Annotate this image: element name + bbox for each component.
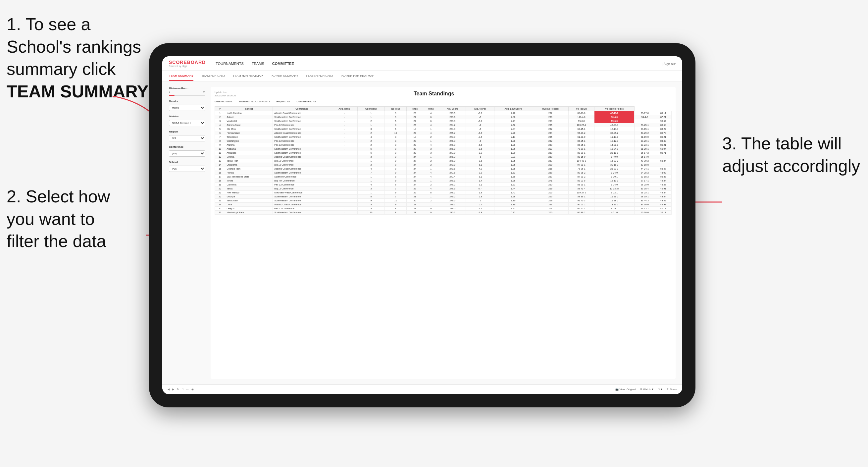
- table-row[interactable]: 5Ole MissSoutheastern Conference-3618127…: [215, 127, 672, 131]
- share-btn[interactable]: ⇧ Share: [666, 388, 677, 391]
- cell-1-0: 2: [215, 115, 225, 119]
- sub-nav-team-h2h-grid[interactable]: TEAM H2H GRID: [202, 71, 225, 80]
- col-rnds: Rnds: [407, 106, 423, 111]
- table-row[interactable]: 23Texas A&MSoutheastern Conference-91030…: [215, 198, 672, 203]
- table-row[interactable]: 8WashingtonPac-12 Conference-28231276.3-…: [215, 139, 672, 143]
- sign-out-text[interactable]: | Sign out: [662, 62, 676, 66]
- nav-tournaments[interactable]: TOURNAMENTS: [216, 60, 244, 67]
- cell-7-12: 86-25-1: [569, 139, 594, 143]
- cell-6-8: 279.9: [439, 135, 466, 139]
- cell-11-15: [655, 155, 672, 159]
- table-row[interactable]: 14OklahomaBig 12 Conference-28242279.9-5…: [215, 163, 672, 166]
- table-row[interactable]: 25OregonPac-12 Conference-58210279.5-1.1…: [215, 206, 672, 210]
- filter-region-select[interactable]: N/A: [169, 135, 205, 142]
- update-time: Update time: 27/03/2024 16:56:26: [215, 91, 236, 97]
- cell-18-14: 28-25-0: [634, 183, 655, 186]
- filter-gender-select[interactable]: Men's: [169, 105, 205, 111]
- instruction-1-text: 1. To see a School's rankings summary cl…: [7, 14, 141, 79]
- table-row[interactable]: 3VanderbiltSoutheastern Conference-25276…: [215, 119, 672, 123]
- table-row[interactable]: 9ArizonaPac-12 Conference-28234276.3-6.6…: [215, 143, 672, 147]
- cell-1-5: 9: [385, 115, 407, 119]
- filter-conference-select[interactable]: (All): [169, 150, 205, 157]
- clock-btn[interactable]: ◉: [191, 388, 194, 391]
- more-btn[interactable]: ⋯: [186, 388, 189, 391]
- cell-10-15: 80.71: [655, 151, 672, 155]
- table-row[interactable]: 16FloridaSoutheastern Conference-7924427…: [215, 170, 672, 175]
- cell-23-12: 90-51-2: [569, 203, 594, 206]
- table-row[interactable]: 10AlabamaSoutheastern Conference-5823327…: [215, 147, 672, 151]
- table-row[interactable]: 20TexasBig 12 Conference-37224278.60.71.…: [215, 186, 672, 190]
- view-original-btn[interactable]: 📷 View: Original: [615, 388, 636, 391]
- cell-16-15: 56.36: [655, 175, 672, 179]
- cell-6-14: 31-19-0: [634, 135, 655, 139]
- cell-22-1: Texas A&M: [225, 198, 273, 203]
- cell-6-9: -0.5: [466, 135, 494, 139]
- cell-22-12: 92-40-3: [569, 198, 594, 203]
- table-row[interactable]: 15Georgia TechAtlantic Coast Conference-…: [215, 166, 672, 170]
- cell-2-8: 273.8: [439, 119, 466, 123]
- sub-nav-player-summary[interactable]: PLAYER SUMMARY: [271, 71, 299, 80]
- cell-11-6: 24: [407, 155, 423, 159]
- cell-18-3: -: [331, 183, 357, 186]
- cell-24-9: -1.1: [466, 206, 494, 210]
- comment-btn[interactable]: □ ▼: [658, 388, 663, 391]
- update-time-value: 27/03/2024 16:56:26: [215, 94, 236, 97]
- sub-nav-player-h2h-grid[interactable]: PLAYER H2H GRID: [306, 71, 333, 80]
- sub-nav-team-summary[interactable]: TEAM SUMMARY: [169, 71, 193, 81]
- cell-5-1: Florida State: [225, 131, 273, 135]
- nav-teams[interactable]: TEAMS: [252, 60, 264, 67]
- table-row[interactable]: 19CaliforniaPac-12 Conference-48242278.2…: [215, 183, 672, 186]
- sub-nav-player-h2h-heatmap[interactable]: PLAYER H2H HEATMAP: [341, 71, 374, 80]
- cell-11-4: 3: [357, 155, 384, 159]
- cell-7-8: 276.3: [439, 139, 466, 143]
- cell-24-3: -: [331, 206, 357, 210]
- cell-15-14: 24-25-2: [634, 170, 655, 175]
- watch-btn[interactable]: 👁 Watch ▼: [640, 388, 654, 391]
- cell-9-14: 31-29-1: [634, 147, 655, 151]
- cell-2-6: 27: [407, 119, 423, 123]
- cell-8-1: Arizona: [225, 143, 273, 147]
- cell-21-8: 279.2: [439, 194, 466, 198]
- table-row[interactable]: 21New MexicoMountain West Conference-192…: [215, 190, 672, 194]
- table-row[interactable]: 22GeorgiaSoutheastern Conference-8721127…: [215, 194, 672, 198]
- table-row[interactable]: 1North CarolinaAtlantic Coast Conference…: [215, 111, 672, 115]
- fwd-btn[interactable]: ▶: [172, 388, 174, 391]
- nav-committee[interactable]: COMMITTEE: [272, 60, 294, 67]
- cell-21-14: 28-39-1: [634, 194, 655, 198]
- cell-2-10: 2.77: [494, 119, 532, 123]
- table-row[interactable]: 24DukeAtlantic Coast Conference-59271279…: [215, 203, 672, 206]
- table-title: Team Standings: [236, 91, 632, 97]
- sub-nav-team-h2h-heatmap[interactable]: TEAM H2H HEATMAP: [233, 71, 263, 80]
- cell-25-5: 8: [385, 210, 407, 214]
- range-slider[interactable]: [169, 95, 205, 96]
- cell-11-13: 17-9-0: [594, 155, 634, 159]
- table-row[interactable]: 2AuburnSoutheastern Conference-19276273.…: [215, 115, 672, 119]
- cell-0-13: 42-18-0: [594, 111, 634, 115]
- cell-16-11: 267: [532, 175, 569, 179]
- table-row[interactable]: 26Mississippi StateSoutheastern Conferen…: [215, 210, 672, 214]
- table-row[interactable]: 13Texas TechBig 12 Conference-19272276.0…: [215, 159, 672, 163]
- cell-9-9: -3.6: [466, 147, 494, 151]
- table-row[interactable]: 17East Tennessee StateSouthern Conferenc…: [215, 175, 672, 179]
- cell-24-5: 8: [385, 206, 407, 210]
- share-bottom-btn[interactable]: □: [182, 388, 183, 391]
- table-row[interactable]: 11ArkansasSoutheastern Conference-682332…: [215, 151, 672, 155]
- table-row[interactable]: 7TennesseeSoutheastern Conference-481822…: [215, 135, 672, 139]
- table-row[interactable]: 6Florida StateAtlantic Coast Conference-…: [215, 131, 672, 135]
- cell-4-5: 6: [385, 127, 407, 131]
- cell-14-5: 8: [385, 166, 407, 170]
- filter-school-select[interactable]: (All): [169, 165, 205, 172]
- back-btn[interactable]: ◀: [167, 388, 169, 391]
- cell-21-13: 11-29-1: [594, 194, 634, 198]
- refresh-btn[interactable]: ↻: [177, 388, 179, 391]
- cell-19-5: 7: [385, 186, 407, 190]
- table-row[interactable]: 18IllinoisBig Ten Conference-19231278.1-…: [215, 179, 672, 183]
- filter-division-label: Division: [169, 115, 205, 118]
- sign-out-area: | Sign out: [662, 61, 676, 67]
- cell-11-2: Atlantic Coast Conference: [273, 155, 331, 159]
- table-row[interactable]: 4Arizona StatePac-12 Conference-18264274…: [215, 123, 672, 127]
- filter-division-select[interactable]: NCAA Division I: [169, 120, 205, 126]
- cell-0-6: 23: [407, 111, 423, 115]
- cell-15-5: 9: [385, 170, 407, 175]
- table-row[interactable]: 12VirginiaAtlantic Coast Conference-3824…: [215, 155, 672, 159]
